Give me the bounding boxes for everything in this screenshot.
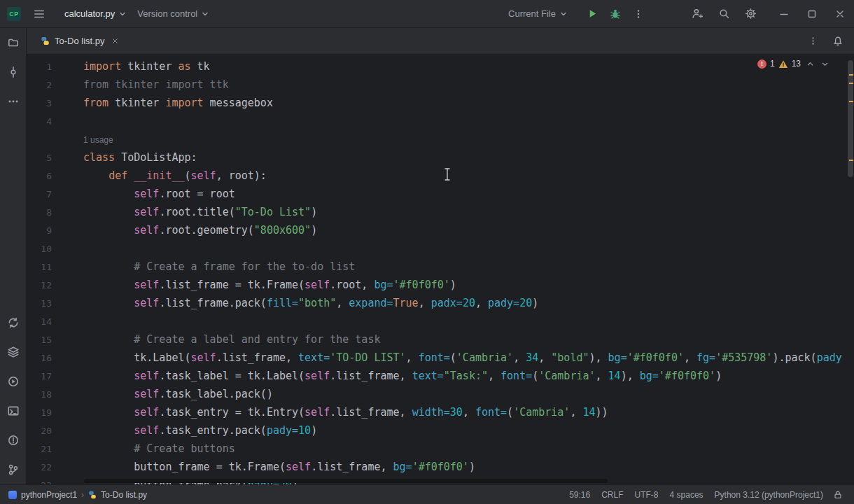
code-text[interactable]: self.task_label = tk.Label(self.list_fra… (83, 370, 722, 382)
code-text[interactable]: self.root.title("To-Do List") (83, 206, 317, 218)
code-text[interactable]: self.root.geometry("800x600") (83, 224, 317, 237)
editor[interactable]: 1import tkinter as tk2from tkinter impor… (27, 55, 854, 484)
code-text[interactable]: class ToDoListApp: (83, 151, 197, 164)
horizontal-scrollbar[interactable] (84, 479, 608, 483)
line-number[interactable]: 2 (27, 80, 83, 90)
commit-tool-button[interactable] (4, 64, 23, 80)
close-button[interactable] (826, 0, 854, 28)
code-line[interactable]: 15 # Create a label and entry for the ta… (27, 330, 854, 349)
breadcrumb-file[interactable]: To-Do list.py (101, 490, 147, 500)
line-number[interactable]: 11 (27, 262, 83, 272)
code-line[interactable]: 4 (27, 112, 854, 130)
notifications-button[interactable] (830, 34, 846, 49)
code-line[interactable]: 7 self.root = root (27, 185, 854, 203)
status-item[interactable]: Python 3.12 (pythonProject1) (715, 490, 823, 500)
line-number[interactable]: 9 (27, 225, 83, 236)
code-line[interactable]: 11 # Create a frame for the to-do list (27, 258, 854, 276)
code-text[interactable]: button_frame = tk.Frame(self.list_frame,… (83, 461, 475, 473)
debug-button[interactable] (606, 4, 625, 24)
next-problem-button[interactable] (819, 58, 830, 69)
services-tool-button[interactable] (4, 315, 23, 330)
code-line[interactable]: 13 self.list_frame.pack(fill="both", exp… (27, 294, 854, 312)
code-text[interactable]: import tkinter as tk (83, 60, 210, 73)
code-text[interactable]: self.task_label.pack() (83, 388, 273, 400)
code-line[interactable]: 18 self.task_label.pack() (27, 385, 854, 403)
code-line[interactable]: 19 self.task_entry = tk.Entry(self.list_… (27, 403, 854, 421)
code-text[interactable]: tk.Label(self.list_frame, text='TO-DO LI… (83, 351, 842, 364)
code-text[interactable]: # Create a frame for the to-do list (83, 260, 355, 273)
code-text[interactable]: def __init__(self, root): (83, 169, 267, 182)
code-text[interactable]: self.task_entry = tk.Entry(self.list_fra… (83, 406, 608, 419)
more-actions-button[interactable] (629, 4, 648, 24)
code-line[interactable]: 21 # Create buttons (27, 440, 854, 458)
code-text[interactable]: self.task_entry.pack(pady=10) (83, 424, 317, 437)
terminal-tool-button[interactable] (4, 403, 23, 419)
code-line[interactable]: 3from tkinter import messagebox (27, 94, 854, 112)
run-button[interactable] (582, 4, 602, 24)
line-number[interactable]: 16 (27, 353, 83, 363)
code-text[interactable]: # Create a label and entry for the task (83, 333, 380, 346)
line-number[interactable]: 13 (27, 298, 83, 309)
code-line[interactable]: 6 def __init__(self, root): (27, 167, 854, 185)
tab-close-button[interactable] (110, 36, 121, 47)
line-number[interactable]: 20 (27, 426, 83, 436)
main-menu-button[interactable] (29, 4, 49, 24)
code-text[interactable]: self.list_frame.pack(fill="both", expand… (83, 297, 538, 309)
line-number[interactable]: 22 (27, 462, 83, 472)
line-number[interactable]: 23 (27, 480, 83, 485)
status-item[interactable]: CRLF (601, 490, 623, 500)
line-number[interactable]: 19 (27, 407, 83, 418)
settings-button[interactable] (741, 4, 760, 24)
inspections-widget[interactable]: ! 1 13 (757, 58, 830, 69)
code-line[interactable]: 9 self.root.geometry("800x600") (27, 221, 854, 239)
code-line[interactable]: 5class ToDoListApp: (27, 148, 854, 167)
code-line[interactable]: 10 (27, 239, 854, 258)
python-console-tool-button[interactable] (4, 374, 23, 389)
code-line[interactable]: 14 (27, 312, 854, 330)
line-number[interactable]: 10 (27, 244, 83, 254)
code-with-me-button[interactable] (687, 4, 707, 24)
code-line[interactable]: 12 self.list_frame = tk.Frame(self.root,… (27, 276, 854, 294)
status-item[interactable]: 4 spaces (670, 490, 704, 500)
project-tool-button[interactable] (4, 35, 23, 50)
code-line[interactable]: 22 button_frame = tk.Frame(self.list_fra… (27, 458, 854, 476)
tab-todo-list[interactable]: To-Do list.py (34, 28, 128, 54)
line-number[interactable]: 4 (27, 116, 83, 127)
problems-tool-button[interactable] (4, 433, 23, 448)
line-number[interactable]: 17 (27, 371, 83, 382)
readonly-toggle-button[interactable] (830, 487, 846, 503)
code-area[interactable]: 1import tkinter as tk2from tkinter impor… (27, 57, 854, 484)
line-number[interactable]: 7 (27, 189, 83, 200)
line-number[interactable]: 8 (27, 207, 83, 218)
code-line[interactable]: 16 tk.Label(self.list_frame, text='TO-DO… (27, 349, 854, 367)
breadcrumb-project[interactable]: pythonProject1 (21, 490, 77, 500)
status-item[interactable]: 59:16 (569, 490, 590, 500)
code-line[interactable]: 17 self.task_label = tk.Label(self.list_… (27, 367, 854, 385)
line-number[interactable]: 5 (27, 153, 83, 163)
code-text[interactable]: from tkinter import ttk (83, 78, 229, 91)
line-number[interactable]: 3 (27, 98, 83, 108)
code-text[interactable]: self.list_frame = tk.Frame(self.root, bg… (83, 279, 456, 291)
code-line[interactable]: 1 usage (27, 130, 854, 148)
line-number[interactable]: 18 (27, 389, 83, 400)
code-text[interactable]: # Create buttons (83, 442, 235, 455)
code-text[interactable]: self.root = root (83, 188, 235, 200)
previous-problem-button[interactable] (804, 58, 816, 69)
line-number[interactable]: 6 (27, 171, 83, 181)
line-number[interactable]: 15 (27, 335, 83, 345)
code-line[interactable]: 2from tkinter import ttk (27, 76, 854, 94)
run-config-selector[interactable]: Current File (503, 5, 573, 22)
line-number[interactable]: 1 (27, 62, 83, 72)
code-line[interactable]: 8 self.root.title("To-Do List") (27, 203, 854, 221)
vcs-widget[interactable]: Version control (132, 5, 214, 22)
maximize-button[interactable] (798, 0, 826, 28)
line-number[interactable]: 12 (27, 280, 83, 290)
line-number[interactable]: 21 (27, 444, 83, 454)
minimize-button[interactable] (770, 0, 798, 28)
code-line[interactable]: 1import tkinter as tk (27, 57, 854, 76)
line-number[interactable]: 14 (27, 316, 83, 327)
project-widget[interactable]: calculator.py (59, 5, 132, 22)
code-line[interactable]: 20 self.task_entry.pack(pady=10) (27, 421, 854, 440)
tab-options-button[interactable] (805, 34, 820, 49)
code-text[interactable]: from tkinter import messagebox (83, 97, 273, 109)
